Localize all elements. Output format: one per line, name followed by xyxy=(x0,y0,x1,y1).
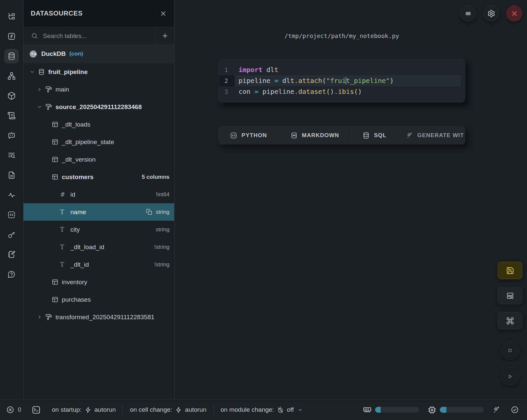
add-cell-buttons: PYTHONMARKDOWNSQLGENERATE WIT xyxy=(218,126,465,144)
on-startup-setting[interactable]: on startup:autorun xyxy=(45,406,123,413)
rail-item-help[interactable] xyxy=(4,267,19,282)
tree-row-_dlt_loads[interactable]: _dlt_loads xyxy=(23,116,174,133)
editor-line-2[interactable]: 2pipeline = dlt.attach("fruit_pipeline") xyxy=(219,75,465,86)
terminal-icon xyxy=(31,405,41,415)
editor-line-3[interactable]: 3con = pipeline.dataset().ibis() xyxy=(219,86,465,97)
table-icon xyxy=(52,156,62,163)
connection-row[interactable]: DuckDB (con) xyxy=(23,45,174,63)
org-chart-icon xyxy=(7,72,16,80)
code-cell[interactable]: 1import dlt2pipeline = dlt.attach("fruit… xyxy=(218,59,465,102)
plus-icon xyxy=(161,32,169,40)
duckdb-logo-icon xyxy=(29,50,38,58)
connection-variable: (con) xyxy=(69,51,83,57)
rail-item-tracing[interactable] xyxy=(4,188,19,202)
rail-item-scratchpad[interactable] xyxy=(4,247,19,262)
settings-button[interactable] xyxy=(483,5,499,21)
rail-item-variables[interactable] xyxy=(4,29,19,44)
tree-badge: !string xyxy=(154,261,169,268)
rail-item-documentation[interactable] xyxy=(4,168,19,182)
table-icon xyxy=(52,138,62,145)
on-cell-change-setting[interactable]: on cell change:autorun xyxy=(123,406,213,413)
markdown-box-icon xyxy=(290,132,298,139)
add-datasource-button[interactable] xyxy=(156,27,174,45)
tree-label: id xyxy=(70,191,156,198)
database-icon xyxy=(362,132,370,139)
ram-icon xyxy=(363,405,372,414)
ai-features-button[interactable] xyxy=(492,406,500,414)
connection-status-button[interactable] xyxy=(510,405,519,414)
tree-badge: 5 columns xyxy=(142,174,169,180)
search-input[interactable] xyxy=(38,32,155,40)
tree-label: _dlt_version xyxy=(62,156,169,163)
sparkles-icon xyxy=(406,132,413,139)
rail-item-packages[interactable] xyxy=(4,89,19,103)
tree-row-customers[interactable]: customers5 columns xyxy=(23,168,174,186)
tree-row-_dlt_pipeline_state[interactable]: _dlt_pipeline_state xyxy=(23,133,174,151)
rail-item-file-explorer[interactable] xyxy=(4,9,19,24)
editor-line-1[interactable]: 1import dlt xyxy=(219,64,465,75)
stop-icon xyxy=(506,347,514,354)
tree-row-purchases[interactable]: purchases xyxy=(23,291,174,308)
copy-icon[interactable] xyxy=(146,209,153,215)
tree-row-_dlt_version[interactable]: _dlt_version xyxy=(23,151,174,168)
file-text-icon xyxy=(7,171,16,179)
cpu-icon xyxy=(428,405,436,414)
table-icon xyxy=(52,121,62,128)
command-palette-button[interactable] xyxy=(498,312,522,329)
column-type-glyph: # xyxy=(60,191,70,198)
tree-label: _dlt_pipeline_state xyxy=(62,138,169,146)
rail-item-snippets[interactable] xyxy=(4,208,19,222)
rail-item-logs[interactable] xyxy=(4,108,19,123)
close-panel-button[interactable] xyxy=(160,10,167,17)
tree-row-transformed_202504291112283581[interactable]: transformed_202504291112283581 xyxy=(23,308,174,326)
chevron-right-icon[interactable] xyxy=(37,314,45,320)
tree-row-main[interactable]: main xyxy=(23,81,174,98)
tree-badge: !int64 xyxy=(156,191,169,198)
chevron-right-icon[interactable] xyxy=(37,87,45,93)
rail-item-find-replace[interactable] xyxy=(4,148,19,163)
key-icon xyxy=(7,230,16,239)
tree-row-name[interactable]: Tnamestring xyxy=(23,203,174,221)
terminal-button[interactable] xyxy=(31,405,41,415)
tree-row-_dlt_load_id[interactable]: T_dlt_load_id!string xyxy=(23,238,174,256)
column-type-glyph: T xyxy=(60,209,70,215)
rail-item-dependencies[interactable] xyxy=(4,69,19,83)
generate-with-ai-button[interactable]: GENERATE WIT xyxy=(398,127,465,144)
tree-row-source_202504291112283468[interactable]: source_202504291112283468 xyxy=(23,98,174,116)
tree-row-_dlt_id[interactable]: T_dlt_id!string xyxy=(23,256,174,273)
run-button[interactable] xyxy=(501,367,519,386)
panel-header: DATASOURCES xyxy=(23,0,174,27)
memory-usage-bar xyxy=(375,407,419,413)
rail-item-secrets[interactable] xyxy=(4,227,19,242)
tree-row-fruit_pipeline[interactable]: fruit_pipeline xyxy=(23,63,174,81)
menu-button[interactable] xyxy=(460,5,476,21)
tree-row-city[interactable]: Tcitystring xyxy=(23,221,174,238)
chevron-down-icon[interactable] xyxy=(29,69,38,75)
add-markdown-cell-button[interactable]: MARKDOWN xyxy=(279,127,351,144)
cpu-usage-bar xyxy=(440,407,484,413)
rail-item-datasources[interactable] xyxy=(4,49,19,63)
table-icon xyxy=(52,173,62,180)
chevron-down-icon[interactable] xyxy=(37,104,45,110)
on-module-change-setting[interactable]: on module change:off xyxy=(214,406,310,413)
tree-label: _dlt_id xyxy=(70,261,154,268)
tree-row-inventory[interactable]: inventory xyxy=(23,273,174,291)
menu-icon xyxy=(464,10,472,18)
paint-roller-icon xyxy=(45,314,56,321)
rail-item-chat[interactable] xyxy=(4,128,19,143)
grid-layout-button[interactable] xyxy=(498,287,522,304)
stop-button[interactable] xyxy=(501,341,519,360)
cube-icon xyxy=(7,92,16,100)
shutdown-button[interactable] xyxy=(506,5,522,21)
datasources-panel: DATASOURCES DuckDB (con) fruit_pipelinem… xyxy=(23,0,174,399)
command-icon xyxy=(506,317,514,325)
tree-row-id[interactable]: #id!int64 xyxy=(23,186,174,203)
tree-badge: string xyxy=(156,226,169,233)
add-python-cell-button[interactable]: PYTHON xyxy=(219,127,279,144)
cpu-usage xyxy=(428,405,484,414)
errors-indicator[interactable]: 0 xyxy=(6,405,21,414)
panel-title: DATASOURCES xyxy=(31,10,160,17)
code-text: pipeline = dlt.attach("fruit_pipeline") xyxy=(235,75,461,86)
add-sql-cell-button[interactable]: SQL xyxy=(351,127,398,144)
save-button[interactable] xyxy=(498,262,522,279)
